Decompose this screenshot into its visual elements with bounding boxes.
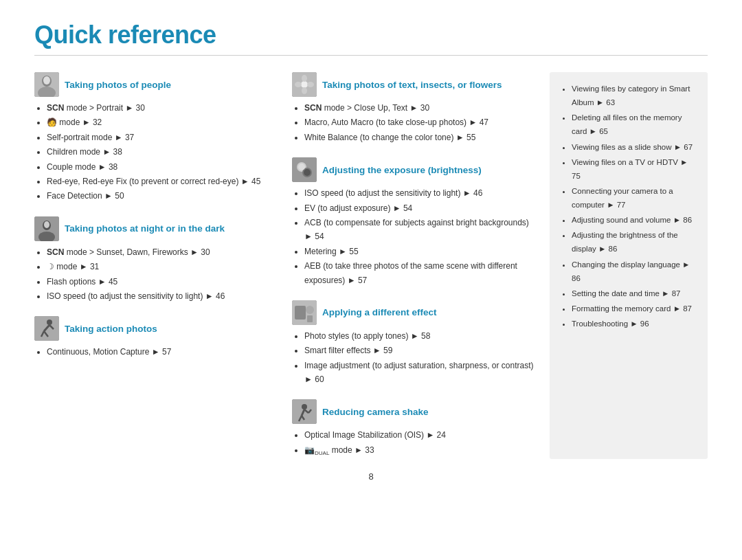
section-header-shake: Reducing camera shake [292, 399, 536, 424]
section-adjusting-exposure: Adjusting the exposure (brightness) ISO … [292, 157, 536, 288]
section-title-night: Taking photos at night or in the dark [65, 223, 225, 234]
page-title: Quick reference [34, 21, 708, 49]
section-body-shake: Optical Image Stabilization (OIS) ► 24 📷… [292, 428, 536, 458]
section-taking-photos-text: Taking photos of text, insects, or flowe… [292, 72, 536, 145]
list-item: SCN mode > Sunset, Dawn, Fireworks ► 30 [47, 245, 278, 259]
list-item: Viewing files as a slide show ► 67 [572, 140, 697, 154]
list-item: AEB (to take three photos of the same sc… [304, 259, 536, 287]
list-item: Troubleshooting ► 96 [572, 317, 697, 331]
section-header-exposure: Adjusting the exposure (brightness) [292, 157, 536, 182]
svg-point-24 [304, 169, 311, 176]
section-body-action: Continuous, Motion Capture ► 57 [34, 345, 278, 359]
section-header-effect: Applying a different effect [292, 300, 536, 325]
page-number: 8 [34, 471, 708, 482]
svg-point-19 [307, 82, 314, 87]
svg-point-17 [302, 87, 307, 94]
section-header-action: Taking action photos [34, 316, 278, 341]
list-item: Setting the date and time ► 87 [572, 287, 697, 300]
section-header-people: Taking photos of people [34, 72, 278, 97]
list-item: Deleting all files on the memory card ► … [572, 111, 697, 138]
list-item: Children mode ► 38 [47, 145, 278, 159]
section-body-effect: Photo styles (to apply tones) ► 58 Smart… [292, 329, 536, 387]
camera-shake-icon [292, 399, 317, 424]
flower-macro-icon [292, 72, 317, 97]
person-night-icon [34, 216, 59, 241]
list-item: Adjusting the brightness of the display … [572, 228, 697, 256]
section-title-people: Taking photos of people [65, 80, 171, 90]
list-item: Adjusting sound and volume ► 86 [572, 213, 697, 227]
exposure-icon [292, 157, 317, 182]
list-item: Metering ► 55 [304, 245, 536, 258]
list-item: Self-portrait mode ► 37 [47, 131, 278, 144]
svg-rect-28 [307, 315, 313, 322]
svg-point-16 [302, 75, 307, 82]
person-action-icon [34, 316, 59, 341]
section-reducing-camera-shake: Reducing camera shake Optical Image Stab… [292, 399, 536, 458]
svg-rect-26 [295, 306, 306, 320]
svg-point-15 [301, 81, 308, 88]
section-applying-effect: Applying a different effect Photo styles… [292, 300, 536, 388]
effect-icon [292, 300, 317, 325]
list-item: Macro, Auto Macro (to take close-up phot… [304, 115, 536, 129]
list-item: ISO speed (to adjust the sensitivity to … [304, 186, 536, 200]
list-item: Viewing files on a TV or HDTV ► 75 [572, 155, 697, 183]
list-item: Smart filter effects ► 59 [304, 344, 536, 357]
list-item: Red-eye, Red-eye Fix (to prevent or corr… [47, 175, 278, 188]
list-item: 🧑 mode ► 32 [47, 115, 278, 129]
column-1: Taking photos of people SCN mode > Portr… [34, 72, 278, 459]
svg-point-30 [302, 404, 307, 410]
section-title-effect: Applying a different effect [322, 307, 437, 317]
section-body-night: SCN mode > Sunset, Dawn, Fireworks ► 30 … [34, 245, 278, 304]
list-item: SCN mode > Close Up, Text ► 30 [304, 101, 536, 115]
section-header-night: Taking photos at night or in the dark [34, 216, 278, 241]
section-body-text: SCN mode > Close Up, Text ► 30 Macro, Au… [292, 101, 536, 144]
list-item: ISO speed (to adjust the sensitivity to … [47, 289, 278, 303]
list-item: Flash options ► 45 [47, 275, 278, 289]
list-item: White Balance (to change the color tone)… [304, 131, 536, 144]
section-taking-photos-night: Taking photos at night or in the dark SC… [34, 216, 278, 304]
list-item: Face Detection ► 50 [47, 189, 278, 203]
list-item: Couple mode ► 38 [47, 160, 278, 174]
column-2: Taking photos of text, insects, or flowe… [292, 72, 536, 459]
title-divider [34, 55, 708, 56]
svg-point-7 [44, 221, 49, 228]
column-3-sidebar: Viewing files by category in Smart Album… [550, 72, 708, 459]
svg-point-18 [295, 82, 302, 87]
svg-point-27 [306, 306, 314, 314]
svg-point-23 [298, 164, 305, 170]
list-item: Connecting your camera to a computer ► 7… [572, 184, 697, 212]
section-taking-action-photos: Taking action photos Continuous, Motion … [34, 316, 278, 359]
svg-point-9 [47, 320, 52, 325]
list-item: Changing the display language ► 86 [572, 258, 697, 285]
list-item: Viewing files by category in Smart Album… [572, 82, 697, 109]
list-item: Photo styles (to apply tones) ► 58 [304, 329, 536, 343]
section-title-action: Taking action photos [65, 324, 157, 334]
list-item: 📷DUAL mode ► 33 [304, 443, 536, 458]
section-title-text: Taking photos of text, insects, or flowe… [322, 80, 502, 90]
list-item: ☽ mode ► 31 [47, 260, 278, 273]
section-taking-photos-people: Taking photos of people SCN mode > Portr… [34, 72, 278, 204]
list-item: EV (to adjust exposure) ► 54 [304, 201, 536, 215]
section-body-exposure: ISO speed (to adjust the sensitivity to … [292, 186, 536, 287]
section-header-text: Taking photos of text, insects, or flowe… [292, 72, 536, 97]
list-item: Continuous, Motion Capture ► 57 [47, 345, 278, 359]
list-item: Image adjustment (to adjust saturation, … [304, 359, 536, 387]
section-body-people: SCN mode > Portrait ► 30 🧑 mode ► 32 Sel… [34, 101, 278, 203]
list-item: SCN mode > Portrait ► 30 [47, 101, 278, 115]
list-item: Optical Image Stabilization (OIS) ► 24 [304, 428, 536, 442]
sidebar-list: Viewing files by category in Smart Album… [561, 82, 697, 331]
svg-point-3 [43, 76, 50, 85]
section-title-exposure: Adjusting the exposure (brightness) [322, 165, 482, 175]
list-item: Formatting the memory card ► 87 [572, 302, 697, 315]
list-item: ACB (to compensate for subjects against … [304, 216, 536, 244]
person-portrait-icon [34, 72, 59, 97]
main-content: Taking photos of people SCN mode > Portr… [34, 72, 708, 459]
section-title-shake: Reducing camera shake [322, 407, 429, 417]
